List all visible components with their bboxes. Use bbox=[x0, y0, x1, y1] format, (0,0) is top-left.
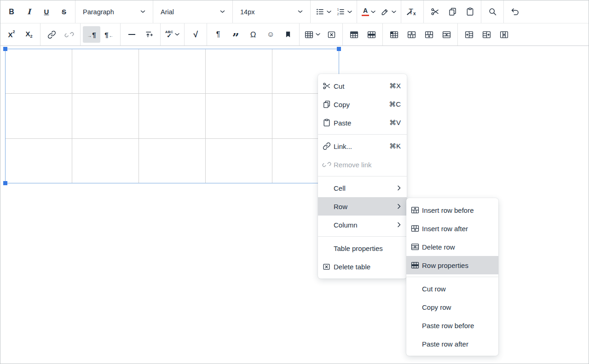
search-button[interactable] bbox=[484, 4, 501, 20]
superscript-button[interactable]: X2 bbox=[3, 26, 20, 43]
undo-button[interactable] bbox=[506, 4, 524, 20]
subscript-button[interactable]: X2 bbox=[20, 26, 38, 43]
numbered-list-button[interactable]: 12 bbox=[334, 4, 354, 20]
submenu-item-paste-row-after[interactable]: Paste row after bbox=[406, 335, 498, 353]
resize-handle-bottom-left[interactable] bbox=[3, 181, 7, 185]
menu-item-label: Row properties bbox=[422, 262, 492, 269]
context-menu-item-delete-table[interactable]: Delete table bbox=[318, 257, 407, 276]
font-size-value: 14px bbox=[240, 8, 254, 16]
context-menu-item-cell[interactable]: Cell bbox=[318, 179, 407, 197]
resize-handle-top-left[interactable] bbox=[3, 47, 7, 51]
context-menu-item-row[interactable]: Row bbox=[318, 197, 407, 216]
table-menu-button[interactable] bbox=[302, 26, 323, 43]
underline-button[interactable]: U bbox=[38, 4, 55, 20]
paragraph-marks-button[interactable]: ¶ bbox=[209, 26, 227, 43]
page-break-button[interactable] bbox=[140, 26, 158, 43]
paste-button[interactable] bbox=[461, 4, 479, 20]
insert-link-button[interactable] bbox=[43, 26, 60, 43]
insert-row-after-button[interactable] bbox=[420, 26, 438, 43]
insert-column-before-button[interactable] bbox=[460, 26, 478, 43]
table-cell[interactable] bbox=[72, 138, 139, 183]
highlight-color-button[interactable] bbox=[378, 4, 398, 20]
copy-button[interactable] bbox=[444, 4, 461, 20]
horizontal-rule-button[interactable] bbox=[123, 26, 140, 43]
insert-column-after-icon bbox=[482, 30, 491, 40]
selected-content-table[interactable] bbox=[5, 49, 339, 183]
smiley-icon: ☺ bbox=[267, 31, 274, 38]
table-cell[interactable] bbox=[206, 138, 272, 183]
menu-item-label: Cut bbox=[334, 82, 385, 90]
table-properties-button[interactable] bbox=[345, 26, 363, 43]
table-cell[interactable] bbox=[6, 94, 72, 138]
text-color-button[interactable]: A bbox=[359, 4, 378, 20]
context-menu-item-link[interactable]: Link... ⌘K bbox=[318, 137, 407, 155]
context-menu-item-column[interactable]: Column bbox=[318, 216, 407, 234]
spellcheck-button[interactable]: ABC ✓ bbox=[163, 26, 182, 43]
bold-button[interactable]: B bbox=[3, 4, 20, 20]
table-cell[interactable] bbox=[139, 138, 206, 183]
anchor-bookmark-button[interactable] bbox=[279, 26, 297, 43]
submenu-item-insert-row-after[interactable]: Insert row after bbox=[406, 219, 498, 238]
table-cell[interactable] bbox=[6, 138, 72, 183]
remove-link-button[interactable] bbox=[60, 26, 78, 43]
context-menu-item-paste[interactable]: Paste ⌘V bbox=[318, 114, 407, 132]
table-cell[interactable] bbox=[206, 94, 272, 138]
table-cell[interactable] bbox=[139, 49, 206, 94]
right-to-left-button[interactable]: ¶← bbox=[100, 26, 118, 43]
insert-column-after-button[interactable] bbox=[478, 26, 495, 43]
cut-button[interactable] bbox=[426, 4, 444, 20]
table-cell[interactable] bbox=[72, 49, 139, 94]
submenu-item-cut-row[interactable]: Cut row bbox=[406, 279, 498, 298]
italic-icon: I bbox=[27, 8, 30, 16]
blockquote-button[interactable]: ” bbox=[227, 26, 244, 43]
context-menu-item-copy[interactable]: Copy ⌘C bbox=[318, 95, 407, 114]
italic-button[interactable]: I bbox=[20, 4, 38, 20]
menu-divider bbox=[318, 176, 407, 176]
scissors-icon bbox=[322, 81, 334, 91]
shortcut-label: ⌘K bbox=[389, 142, 401, 150]
shortcut-label: ⌘X bbox=[389, 82, 401, 90]
font-family-dropdown[interactable]: Arial bbox=[156, 4, 230, 20]
table-cell[interactable] bbox=[206, 49, 272, 94]
submenu-arrow-icon bbox=[398, 204, 401, 209]
submenu-item-insert-row-before[interactable]: Insert row before bbox=[406, 201, 498, 219]
font-size-dropdown[interactable]: 14px bbox=[235, 4, 308, 20]
submenu-item-paste-row-before[interactable]: Paste row before bbox=[406, 316, 498, 335]
editor-canvas[interactable] bbox=[0, 46, 589, 364]
delete-table-button[interactable] bbox=[323, 26, 340, 43]
strikethrough-button[interactable]: S bbox=[55, 4, 73, 20]
delete-column-button[interactable] bbox=[495, 26, 513, 43]
table-cell[interactable] bbox=[72, 94, 139, 138]
delete-row-button[interactable] bbox=[438, 26, 455, 43]
submenu-item-row-properties[interactable]: Row properties bbox=[406, 256, 498, 274]
toolbar-separator bbox=[120, 23, 121, 46]
context-menu-item-table-properties[interactable]: Table properties bbox=[318, 239, 407, 257]
svg-text:1: 1 bbox=[337, 8, 339, 11]
context-menu-item-cut[interactable]: Cut ⌘X bbox=[318, 77, 407, 95]
special-character-button[interactable]: Ω bbox=[244, 26, 262, 43]
toolbar-separator bbox=[153, 0, 153, 23]
table-cell[interactable] bbox=[6, 49, 72, 94]
left-to-right-button[interactable]: →¶ bbox=[83, 26, 100, 43]
square-root-button[interactable]: √ bbox=[187, 26, 204, 43]
submenu-arrow-icon bbox=[398, 185, 401, 191]
bullet-list-button[interactable] bbox=[313, 4, 334, 20]
submenu-item-copy-row[interactable]: Copy row bbox=[406, 298, 498, 316]
highlighter-pen-icon bbox=[380, 7, 390, 17]
superscript-icon: X2 bbox=[8, 31, 15, 38]
content-table[interactable] bbox=[5, 49, 339, 183]
paragraph-style-dropdown[interactable]: Paragraph bbox=[78, 4, 150, 20]
superscript-exp-glyph: 2 bbox=[13, 30, 15, 34]
emoticon-button[interactable]: ☺ bbox=[262, 26, 279, 43]
insert-row-before-button[interactable] bbox=[403, 26, 420, 43]
chevron-down-icon bbox=[175, 33, 179, 36]
menu-item-label: Row bbox=[334, 203, 394, 210]
submenu-item-delete-row[interactable]: Delete row bbox=[406, 238, 498, 256]
context-menu-item-remove-link[interactable]: Remove link bbox=[318, 155, 407, 174]
clear-formatting-button[interactable]: T x bbox=[404, 4, 421, 20]
table-cell[interactable] bbox=[139, 94, 206, 138]
resize-handle-top-right[interactable] bbox=[337, 47, 341, 51]
table-row-properties-button[interactable] bbox=[363, 26, 380, 43]
table-cell-properties-button[interactable] bbox=[385, 26, 403, 43]
spellcheck-check-glyph: ✓ bbox=[167, 33, 172, 39]
